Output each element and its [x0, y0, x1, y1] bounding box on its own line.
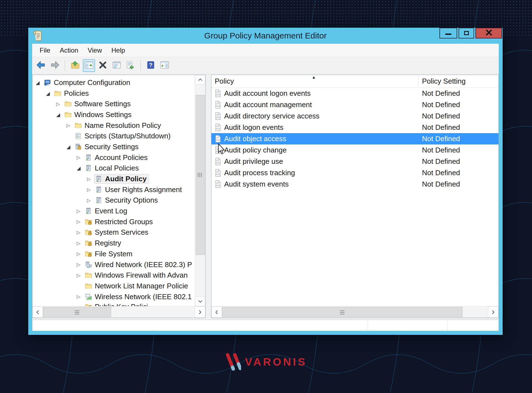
forward-icon [50, 61, 60, 71]
column-divider[interactable] [418, 76, 418, 86]
expand-arrow-icon[interactable]: ▷ [77, 241, 84, 246]
tree-item-label: Account Policies [95, 153, 148, 162]
expand-arrow-icon[interactable]: ▷ [77, 219, 84, 224]
expand-arrow-icon[interactable]: ▷ [77, 251, 84, 257]
tree-vscroll-track[interactable] [195, 84, 205, 297]
collapse-arrow-icon[interactable]: ◢ [56, 112, 63, 118]
pane-splitter[interactable] [206, 75, 211, 318]
tree-item[interactable]: Scripts (Startup/Shutdown) [32, 131, 195, 141]
tree-item[interactable]: ▷Wired Network (IEEE 802.3) P [32, 259, 195, 270]
tree-item[interactable]: ▷Account Policies [32, 152, 195, 163]
policy-list-row[interactable]: 10010Audit system eventsNot Defined [211, 179, 498, 190]
policy-setting-value: Not Defined [418, 123, 460, 132]
expand-arrow-icon[interactable]: ▷ [87, 176, 94, 182]
collapse-arrow-icon[interactable]: ◢ [77, 165, 84, 171]
menu-item-file[interactable]: File [35, 46, 55, 54]
scroll-up-button[interactable] [195, 75, 205, 84]
expand-arrow-icon[interactable]: ▷ [77, 262, 84, 267]
tree-vscroll-thumb[interactable] [196, 95, 205, 255]
minimize-button[interactable] [439, 28, 457, 38]
expand-arrow-icon[interactable]: ▷ [77, 155, 84, 160]
tree-item[interactable]: ▷File System [32, 249, 195, 259]
export-list-icon [126, 61, 135, 71]
tree-item[interactable]: ▷User Rights Assignment [32, 184, 195, 195]
close-icon [486, 30, 492, 37]
list-hscroll-thumb[interactable] [222, 307, 462, 317]
tree-item-box: User Rights Assignment [94, 185, 184, 195]
tree-item-box: Computer Configuration [43, 78, 132, 87]
menu-item-action[interactable]: Action [55, 46, 83, 54]
column-header-policy[interactable]: Policy ▲ [211, 75, 418, 87]
list-hscroll-track[interactable] [222, 306, 488, 318]
policy-setting-value: Not Defined [418, 146, 460, 154]
tree-item[interactable]: ◢Computer Configuration [32, 77, 195, 88]
show-console-tree-button[interactable] [83, 59, 95, 72]
chevron-up-icon [198, 78, 203, 81]
scroll-left-button[interactable] [32, 306, 43, 318]
close-button[interactable] [475, 28, 502, 38]
tree-item[interactable]: ▷Registry [32, 238, 195, 249]
export-list-button[interactable] [124, 59, 137, 72]
policy-list-row[interactable]: 10010Audit object accessNot Defined [211, 133, 498, 144]
help-button[interactable]: ? [145, 59, 157, 72]
tree-vertical-scrollbar[interactable] [195, 75, 205, 306]
expand-arrow-icon[interactable]: ▷ [77, 230, 84, 235]
policy-list-row[interactable]: 10010Audit account logon eventsNot Defin… [211, 88, 498, 99]
policy-list-row[interactable]: 10010Audit account managementNot Defined [211, 99, 498, 110]
tree-item[interactable]: ▷Windows Firewall with Advan [32, 270, 195, 281]
tree-item[interactable]: Network List Manager Policie [32, 281, 195, 291]
expand-arrow-icon[interactable]: ▷ [66, 123, 74, 128]
column-header-policy-setting[interactable]: Policy Setting [418, 75, 466, 87]
show-action-pane-button[interactable] [158, 59, 171, 72]
policy-list-row[interactable]: 10010Audit policy changeNot Defined [211, 144, 498, 156]
tree-item[interactable]: ▷Security Options [32, 195, 195, 206]
tree-item-box: Network List Manager Policie [84, 281, 190, 291]
expand-arrow-icon[interactable]: ▷ [87, 187, 94, 192]
tree-item[interactable]: ◢Security Settings [32, 141, 195, 152]
policy-list-row[interactable]: 10010Audit process trackingNot Defined [211, 167, 498, 179]
tree-item[interactable]: ▷Restricted Groups [32, 216, 195, 227]
up-one-level-button[interactable] [69, 59, 81, 72]
titlebar[interactable]: Group Policy Management Editor [28, 28, 503, 44]
delete-button[interactable] [97, 59, 109, 72]
tree-hscroll-track[interactable] [43, 306, 195, 318]
back-button[interactable] [35, 59, 47, 72]
svg-text:10: 10 [216, 170, 219, 173]
tree-horizontal-scrollbar[interactable] [32, 306, 205, 318]
tree-item[interactable]: ▷Name Resolution Policy [32, 120, 195, 131]
tree-hscroll-thumb[interactable] [43, 307, 111, 317]
menu-item-view[interactable]: View [83, 46, 107, 54]
tree-item[interactable]: ▷Wireless Network (IEEE 802.1 [32, 291, 195, 302]
policy-list-row[interactable]: 10010Audit logon eventsNot Defined [211, 122, 498, 133]
tree-item-box: File System [84, 249, 135, 259]
list-horizontal-scrollbar[interactable] [211, 306, 498, 318]
expand-arrow-icon[interactable]: ▷ [77, 208, 84, 214]
collapse-arrow-icon[interactable]: ◢ [46, 91, 53, 96]
scroll-right-button[interactable] [195, 306, 205, 318]
policy-list-row[interactable]: 10010Audit directory service accessNot D… [211, 110, 498, 122]
maximize-button[interactable] [459, 28, 474, 38]
scroll-left-button[interactable] [211, 306, 222, 318]
expand-arrow-icon[interactable]: ▷ [77, 294, 84, 299]
tree-item[interactable]: ◢Windows Settings [32, 109, 195, 120]
policy-list-row[interactable]: 10010Audit privilege useNot Defined [211, 156, 498, 167]
expand-arrow-icon[interactable]: ▷ [77, 273, 84, 278]
collapse-arrow-icon[interactable]: ◢ [36, 80, 43, 86]
tree-item[interactable]: ◢Local Policies [32, 163, 195, 174]
tree-item-box: Wired Network (IEEE 802.3) P [84, 260, 194, 270]
forward-button[interactable] [49, 59, 61, 72]
collapse-arrow-icon[interactable]: ◢ [66, 144, 74, 150]
tree-item-box: Policies [53, 89, 91, 98]
scroll-right-button[interactable] [488, 306, 498, 318]
expand-arrow-icon[interactable]: ▷ [56, 101, 63, 107]
tree-item[interactable]: ▷Audit Policy [32, 174, 195, 184]
menu-item-help[interactable]: Help [107, 46, 130, 54]
expand-arrow-icon[interactable]: ▷ [87, 198, 94, 203]
scroll-down-button[interactable] [195, 297, 205, 306]
tree-item[interactable]: ▷Event Log [32, 206, 195, 216]
properties-button[interactable] [111, 59, 123, 72]
tree-item[interactable]: ▷Software Settings [32, 99, 195, 109]
tree-item[interactable]: ◢Policies [32, 88, 195, 99]
tree-item[interactable]: ▷System Services [32, 227, 195, 238]
tree-item[interactable]: Public Key Polici [32, 302, 195, 306]
